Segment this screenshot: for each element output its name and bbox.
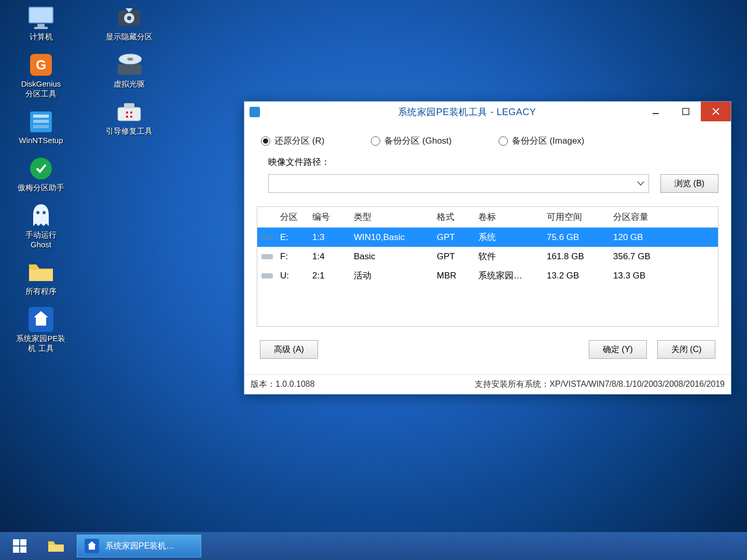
close-button[interactable] [701, 102, 731, 121]
table-row[interactable]: U: 2:1 活动 MBR 系统家园… 13.2 GB 13.3 GB [257, 266, 718, 285]
svg-rect-31 [13, 539, 19, 545]
desktop-icon-label: 虚拟光驱 [114, 79, 145, 89]
svg-rect-25 [250, 107, 260, 117]
th-partition: 分区 [277, 207, 309, 227]
desktop-icon-winntsetup[interactable]: WinNTSetup [7, 108, 75, 146]
svg-rect-1 [29, 7, 53, 23]
desktop-icon-virtual-cd[interactable]: 虚拟光驱 [95, 51, 163, 89]
table-row[interactable]: E: 1:3 WIN10,Basic GPT 系统 75.6 GB 120 GB [257, 228, 718, 247]
close-button-bottom[interactable]: 关闭 (C) [657, 340, 715, 359]
th-free: 可用空间 [544, 207, 610, 227]
titlebar[interactable]: 系统家园PE装机工具 - LEGACY [244, 102, 731, 122]
svg-point-18 [127, 58, 133, 61]
svg-rect-34 [20, 547, 26, 553]
desktop: 计算机 G DiskGenius 分区工具 WinNTSetup 傲梅分区助手 … [0, 0, 170, 498]
svg-point-10 [30, 158, 52, 179]
desktop-icon-label: 手动运行 Ghost [25, 230, 57, 250]
desktop-icon-boot-repair[interactable]: 引导修复工具 [95, 99, 163, 136]
desktop-icon-label: WinNTSetup [19, 136, 63, 146]
svg-rect-7 [33, 115, 49, 118]
svg-rect-29 [261, 254, 273, 259]
diskgenius-icon: G [25, 51, 57, 78]
pe-tool-window: 系统家园PE装机工具 - LEGACY 还原分区 (R) 备份分区 (Ghost… [244, 101, 731, 395]
svg-point-11 [36, 211, 39, 214]
desktop-icon-ghost[interactable]: 手动运行 Ghost [7, 202, 75, 250]
window-app-icon [244, 107, 265, 117]
th-format: 格式 [434, 207, 475, 227]
desktop-icon-label: 显示隐藏分区 [106, 32, 153, 42]
version-text: 版本：1.0.0.1088 [251, 379, 315, 390]
advanced-button[interactable]: 高级 (A) [260, 340, 318, 359]
svg-rect-33 [13, 547, 19, 553]
ok-button[interactable]: 确定 (Y) [589, 340, 647, 359]
svg-rect-24 [126, 114, 132, 116]
svg-rect-26 [653, 113, 659, 114]
desktop-icon-label: 傲梅分区助手 [18, 183, 64, 193]
monitor-icon [25, 4, 57, 31]
desktop-icon-pe-tool[interactable]: 系统家园PE装 机 工具 [7, 306, 75, 354]
desktop-icon-show-hidden[interactable]: 显示隐藏分区 [95, 4, 163, 42]
svg-rect-8 [33, 120, 49, 123]
pe-tool-icon [25, 306, 57, 333]
taskbar-item-label: 系统家园PE装机… [105, 541, 174, 552]
taskbar-item-pe-tool[interactable]: 系统家园PE装机… [77, 535, 201, 557]
th-number: 编号 [309, 207, 351, 227]
svg-rect-2 [37, 24, 45, 27]
image-path-label: 映像文件路径： [268, 156, 718, 168]
aomei-icon [25, 155, 57, 182]
desktop-icon-all-programs[interactable]: 所有程序 [7, 259, 75, 297]
status-bar: 版本：1.0.0.1088 支持安装所有系统：XP/VISTA/WIN7/8/8… [244, 374, 731, 394]
drive-icon [257, 268, 277, 284]
svg-text:G: G [36, 57, 46, 73]
th-capacity: 分区容量 [610, 207, 718, 227]
desktop-icon-label: 引导修复工具 [106, 127, 153, 136]
partition-table: 分区 编号 类型 格式 卷标 可用空间 分区容量 E: 1:3 WIN10,Ba… [257, 206, 718, 327]
svg-rect-27 [683, 108, 689, 115]
minimize-button[interactable] [641, 102, 671, 121]
radio-dot-icon [261, 136, 270, 146]
desktop-icon-label: DiskGenius 分区工具 [21, 79, 61, 99]
svg-rect-9 [33, 125, 49, 128]
image-path-combo[interactable] [268, 174, 649, 193]
start-button[interactable] [4, 535, 35, 557]
radio-restore[interactable]: 还原分区 (R) [261, 135, 324, 147]
pe-tool-icon [84, 538, 100, 554]
th-label: 卷标 [475, 207, 544, 227]
desktop-icon-computer[interactable]: 计算机 [7, 4, 75, 42]
desktop-icon-aomei[interactable]: 傲梅分区助手 [7, 155, 75, 193]
drive-icon [257, 249, 277, 264]
svg-rect-30 [261, 273, 273, 278]
table-row[interactable]: F: 1:4 Basic GPT 软件 161.8 GB 356.7 GB [257, 247, 718, 266]
folder-icon [25, 259, 57, 286]
chevron-down-icon [637, 181, 644, 186]
svg-rect-21 [124, 103, 134, 108]
drive-icon [257, 230, 277, 245]
table-header: 分区 编号 类型 格式 卷标 可用空间 分区容量 [257, 207, 718, 228]
desktop-icon-label: 计算机 [30, 32, 53, 42]
toolbox-icon [114, 99, 145, 125]
svg-point-16 [127, 16, 131, 20]
desktop-icon-diskgenius[interactable]: G DiskGenius 分区工具 [7, 51, 75, 99]
radio-dot-icon [371, 136, 380, 146]
th-type: 类型 [351, 207, 434, 227]
svg-rect-3 [34, 27, 48, 29]
ghost-icon [25, 202, 57, 229]
radio-backup-ghost[interactable]: 备份分区 (Ghost) [371, 135, 451, 147]
svg-point-12 [43, 211, 46, 214]
svg-rect-19 [118, 64, 142, 75]
desktop-icon-label: 系统家园PE装 机 工具 [16, 334, 65, 354]
mode-row: 还原分区 (R) 备份分区 (Ghost) 备份分区 (Imagex) [257, 132, 718, 156]
show-hidden-icon [114, 4, 145, 31]
winntsetup-icon [25, 108, 57, 135]
taskbar-pin-explorer[interactable] [40, 535, 72, 557]
radio-dot-icon [499, 136, 508, 146]
svg-rect-28 [261, 235, 273, 240]
table-body: E: 1:3 WIN10,Basic GPT 系统 75.6 GB 120 GB… [257, 228, 718, 326]
radio-backup-imagex[interactable]: 备份分区 (Imagex) [499, 135, 585, 147]
support-text: 支持安装所有系统：XP/VISTA/WIN7/8/8.1/10/2003/200… [475, 379, 725, 390]
cd-drive-icon [114, 51, 145, 78]
browse-button[interactable]: 浏览 (B) [660, 174, 718, 193]
desktop-icon-label: 所有程序 [25, 287, 57, 297]
maximize-button[interactable] [671, 102, 701, 121]
svg-rect-32 [20, 539, 26, 545]
